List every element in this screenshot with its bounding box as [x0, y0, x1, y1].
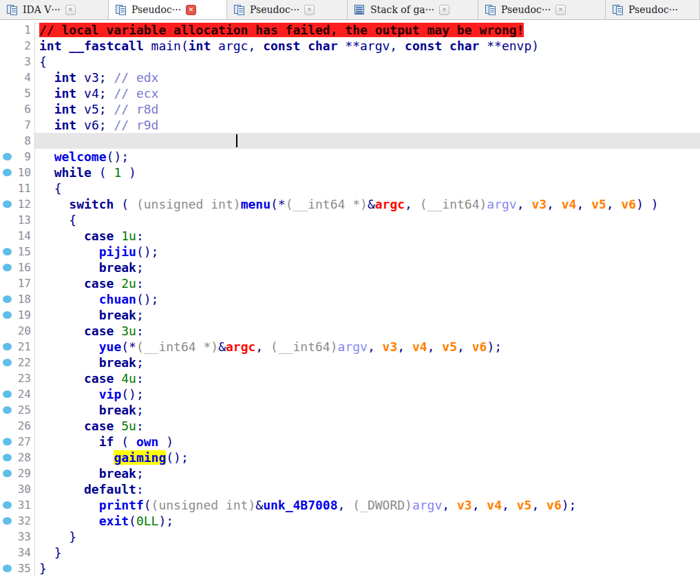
breakpoint-gutter[interactable] — [0, 529, 14, 545]
breakpoint-icon[interactable] — [3, 264, 12, 271]
breakpoint-gutter[interactable] — [0, 260, 14, 275]
code-text[interactable]: yue(*(__int64 *)&argc, (__int64)argv, v3… — [35, 339, 700, 355]
breakpoint-gutter[interactable] — [0, 165, 14, 180]
breakpoint-gutter[interactable] — [0, 450, 14, 465]
breakpoint-gutter[interactable] — [0, 560, 14, 576]
breakpoint-gutter[interactable] — [0, 244, 14, 260]
breakpoint-gutter[interactable] — [0, 22, 14, 38]
tab-3[interactable]: Pseudoc···✕ — [227, 0, 348, 19]
code-text[interactable]: case 4u: — [35, 370, 700, 386]
breakpoint-icon[interactable] — [3, 343, 12, 350]
code-text[interactable]: vip(); — [35, 386, 700, 402]
tab-4[interactable]: Stack of ga···✕ — [348, 0, 478, 19]
breakpoint-icon[interactable] — [3, 438, 12, 445]
tab-close-icon[interactable]: ✕ — [555, 5, 566, 15]
breakpoint-icon[interactable] — [3, 501, 12, 509]
tab-close-icon[interactable]: ✕ — [439, 5, 449, 15]
code-text[interactable]: switch ( (unsigned int)menu(*(__int64 *)… — [35, 196, 700, 212]
code-text[interactable]: } — [35, 529, 700, 545]
code-text[interactable]: printf((unsigned int)&unk_4B7008, (_DWOR… — [35, 497, 700, 513]
code-text[interactable]: case 1u: — [35, 228, 700, 244]
code-text[interactable]: if ( own ) — [35, 434, 700, 450]
breakpoint-gutter[interactable] — [0, 196, 14, 212]
code-text[interactable]: welcome(); — [35, 149, 700, 165]
code-text[interactable]: case 5u: — [35, 418, 700, 434]
breakpoint-icon[interactable] — [3, 390, 12, 398]
code-line: 35} — [0, 560, 700, 576]
breakpoint-icon[interactable] — [3, 311, 12, 319]
breakpoint-gutter[interactable] — [0, 402, 14, 418]
code-text[interactable]: { — [35, 54, 700, 70]
code-text[interactable]: int v6; // r9d — [35, 117, 700, 133]
code-text[interactable]: break; — [35, 307, 700, 323]
tab-5[interactable]: Pseudoc···✕ — [478, 0, 606, 19]
breakpoint-gutter[interactable] — [0, 339, 14, 355]
code-text[interactable]: chuan(); — [35, 291, 700, 307]
breakpoint-gutter[interactable] — [0, 355, 14, 370]
breakpoint-gutter[interactable] — [0, 307, 14, 323]
code-text[interactable]: pijiu(); — [35, 244, 700, 260]
code-text[interactable]: int v5; // r8d — [35, 101, 700, 117]
breakpoint-gutter[interactable] — [0, 513, 14, 529]
code-text[interactable]: { — [35, 180, 700, 196]
breakpoint-gutter[interactable] — [0, 101, 14, 117]
breakpoint-icon[interactable] — [3, 406, 12, 414]
code-text[interactable]: break; — [35, 465, 700, 481]
tab-close-icon[interactable]: ✕ — [65, 5, 76, 15]
breakpoint-gutter[interactable] — [0, 117, 14, 133]
code-text[interactable]: default: — [35, 481, 700, 497]
breakpoint-gutter[interactable] — [0, 54, 14, 70]
breakpoint-icon[interactable] — [3, 359, 12, 366]
breakpoint-gutter[interactable] — [0, 465, 14, 481]
breakpoint-gutter[interactable] — [0, 70, 14, 85]
tab-close-icon[interactable]: ✕ — [304, 5, 315, 15]
tab-6[interactable]: Pseudoc··· — [606, 0, 700, 19]
code-text[interactable] — [35, 133, 700, 149]
code-text[interactable]: break; — [35, 260, 700, 275]
code-text[interactable]: break; — [35, 402, 700, 418]
breakpoint-gutter[interactable] — [0, 228, 14, 244]
breakpoint-icon[interactable] — [3, 248, 12, 255]
breakpoint-gutter[interactable] — [0, 212, 14, 228]
code-text[interactable]: exit(0LL); — [35, 513, 700, 529]
code-text[interactable]: int v4; // ecx — [35, 85, 700, 101]
breakpoint-icon[interactable] — [3, 565, 12, 572]
breakpoint-gutter[interactable] — [0, 497, 14, 513]
breakpoint-icon[interactable] — [3, 153, 12, 160]
code-text[interactable]: // local variable allocation has failed,… — [35, 22, 700, 38]
breakpoint-icon[interactable] — [3, 454, 12, 461]
breakpoint-gutter[interactable] — [0, 323, 14, 339]
breakpoint-gutter[interactable] — [0, 275, 14, 291]
breakpoint-gutter[interactable] — [0, 180, 14, 196]
breakpoint-gutter[interactable] — [0, 38, 14, 54]
pseudocode-icon — [612, 4, 624, 16]
breakpoint-gutter[interactable] — [0, 481, 14, 497]
breakpoint-icon[interactable] — [3, 517, 12, 525]
code-text[interactable]: case 2u: — [35, 275, 700, 291]
code-text[interactable]: case 3u: — [35, 323, 700, 339]
breakpoint-icon[interactable] — [3, 470, 12, 477]
breakpoint-icon[interactable] — [3, 169, 12, 176]
code-text[interactable]: int __fastcall main(int argc, const char… — [35, 38, 700, 54]
breakpoint-gutter[interactable] — [0, 434, 14, 450]
code-text[interactable]: } — [35, 560, 700, 576]
breakpoint-gutter[interactable] — [0, 133, 14, 149]
breakpoint-gutter[interactable] — [0, 418, 14, 434]
code-text[interactable]: break; — [35, 355, 700, 370]
breakpoint-icon[interactable] — [3, 200, 12, 208]
code-text[interactable]: } — [35, 545, 700, 560]
code-text[interactable]: gaiming(); — [35, 450, 700, 465]
breakpoint-gutter[interactable] — [0, 149, 14, 165]
code-text[interactable]: while ( 1 ) — [35, 165, 700, 180]
code-text[interactable]: int v3; // edx — [35, 70, 700, 85]
code-text[interactable]: { — [35, 212, 700, 228]
tab-1[interactable]: IDA V···✕ — [0, 0, 109, 19]
breakpoint-gutter[interactable] — [0, 545, 14, 560]
breakpoint-gutter[interactable] — [0, 370, 14, 386]
breakpoint-gutter[interactable] — [0, 85, 14, 101]
breakpoint-gutter[interactable] — [0, 291, 14, 307]
breakpoint-icon[interactable] — [3, 295, 12, 303]
tab-close-icon[interactable]: ✕ — [186, 5, 196, 15]
breakpoint-gutter[interactable] — [0, 386, 14, 402]
tab-2[interactable]: Pseudoc···✕ — [109, 0, 227, 19]
